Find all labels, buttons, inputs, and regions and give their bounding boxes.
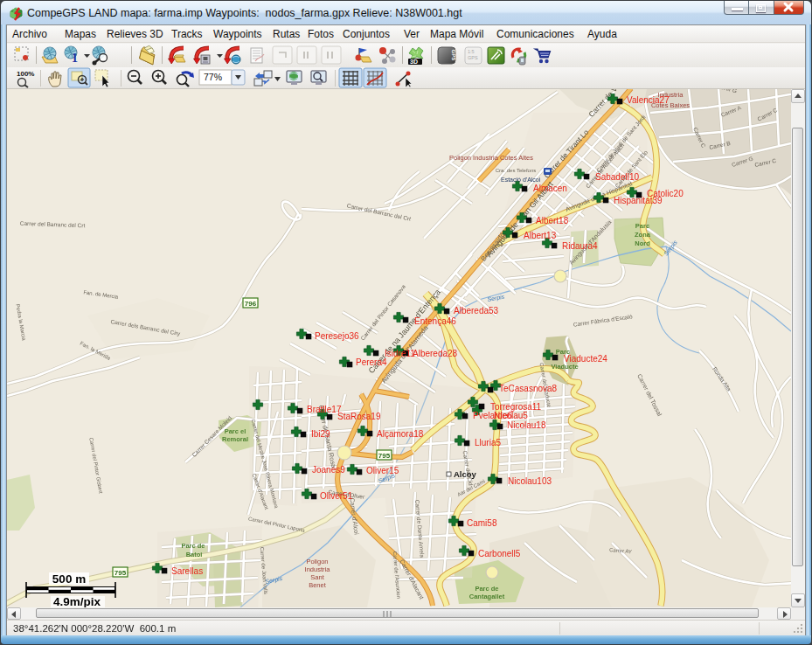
svg-text:StaRosa19: StaRosa19 bbox=[337, 412, 381, 421]
svg-text:Nicolau18: Nicolau18 bbox=[507, 420, 546, 430]
svg-text:Benet: Benet bbox=[309, 581, 327, 589]
svg-text:Viaducte24: Viaducte24 bbox=[564, 354, 607, 364]
svg-text:TeCasasnova8: TeCasasnova8 bbox=[499, 384, 558, 393]
svg-text:Perera4: Perera4 bbox=[356, 357, 387, 367]
svg-text:Sabadell10: Sabadell10 bbox=[595, 172, 639, 182]
svg-text:Estació d'Alcoi: Estació d'Alcoi bbox=[501, 177, 541, 183]
svg-text:Parc el: Parc el bbox=[225, 427, 246, 435]
svg-text:Albert13: Albert13 bbox=[524, 231, 557, 240]
svg-text:Lluria5: Lluria5 bbox=[475, 438, 501, 447]
svg-text:Remoral: Remoral bbox=[222, 435, 248, 443]
svg-text:Poligon Industria Cotes Altes: Poligon Industria Cotes Altes bbox=[449, 154, 533, 162]
svg-text:Industria: Industria bbox=[305, 565, 331, 573]
svg-text:Albert18: Albert18 bbox=[536, 216, 569, 225]
svg-text:Cantagallet: Cantagallet bbox=[469, 593, 505, 600]
svg-text:Parc: Parc bbox=[635, 222, 649, 230]
svg-text:Entença46: Entença46 bbox=[414, 316, 456, 326]
svg-text:Oliver51: Oliver51 bbox=[320, 491, 353, 501]
svg-text:796: 796 bbox=[245, 300, 257, 308]
svg-text:Almacen: Almacen bbox=[533, 184, 567, 193]
svg-text:Hispanitat39: Hispanitat39 bbox=[614, 196, 663, 205]
svg-text:Alçamora18: Alçamora18 bbox=[377, 429, 424, 439]
svg-text:1: 1 bbox=[72, 52, 78, 65]
svg-text:Nicolau5: Nicolau5 bbox=[494, 411, 528, 420]
svg-text:500 m: 500 m bbox=[52, 572, 86, 586]
svg-text:Isidre11: Isidre11 bbox=[385, 349, 415, 358]
svg-text:Nicolau103: Nicolau103 bbox=[508, 476, 552, 486]
svg-text:Joanes9: Joanes9 bbox=[312, 465, 345, 475]
svg-text:795: 795 bbox=[378, 452, 391, 460]
svg-text:Albereda53: Albereda53 bbox=[454, 306, 499, 316]
svg-text:Oliver15: Oliver15 bbox=[366, 466, 399, 475]
svg-text:Ridaura4: Ridaura4 bbox=[562, 241, 598, 251]
svg-text:Zona: Zona bbox=[635, 231, 651, 239]
svg-text:1:5: 1:5 bbox=[468, 49, 475, 54]
svg-text:Albereda28: Albereda28 bbox=[413, 349, 458, 358]
svg-text:Cra. des Telefons: Cra. des Telefons bbox=[496, 168, 537, 173]
svg-text:Sant: Sant bbox=[310, 573, 324, 581]
svg-text:4.9m/pix: 4.9m/pix bbox=[53, 595, 101, 607]
svg-text:77%: 77% bbox=[204, 72, 222, 82]
svg-text:Bratlle17: Bratlle17 bbox=[307, 405, 342, 414]
svg-text:Viaducte: Viaducte bbox=[551, 363, 578, 371]
svg-text:Parc de: Parc de bbox=[475, 585, 498, 593]
svg-text:Poligon: Poligon bbox=[306, 558, 328, 565]
svg-text:Batoi: Batoi bbox=[186, 551, 203, 558]
svg-text:Cami58: Cami58 bbox=[467, 518, 497, 528]
svg-text:3D: 3D bbox=[410, 59, 418, 65]
svg-text:Valencia27: Valencia27 bbox=[627, 95, 670, 105]
svg-text:Nord: Nord bbox=[635, 239, 650, 247]
svg-text:100%: 100% bbox=[17, 70, 34, 78]
svg-text:Sarellas: Sarellas bbox=[171, 566, 203, 576]
svg-text:GPS: GPS bbox=[468, 55, 478, 60]
svg-text:795: 795 bbox=[115, 569, 127, 577]
svg-text:Carbonell5: Carbonell5 bbox=[478, 549, 521, 558]
svg-text:Alcoy: Alcoy bbox=[454, 469, 477, 479]
svg-text:Ibi29: Ibi29 bbox=[311, 429, 330, 439]
svg-text:Parc de: Parc de bbox=[181, 542, 205, 550]
svg-text:GPS: GPS bbox=[451, 50, 456, 61]
svg-text:Peresejo36: Peresejo36 bbox=[315, 331, 359, 341]
